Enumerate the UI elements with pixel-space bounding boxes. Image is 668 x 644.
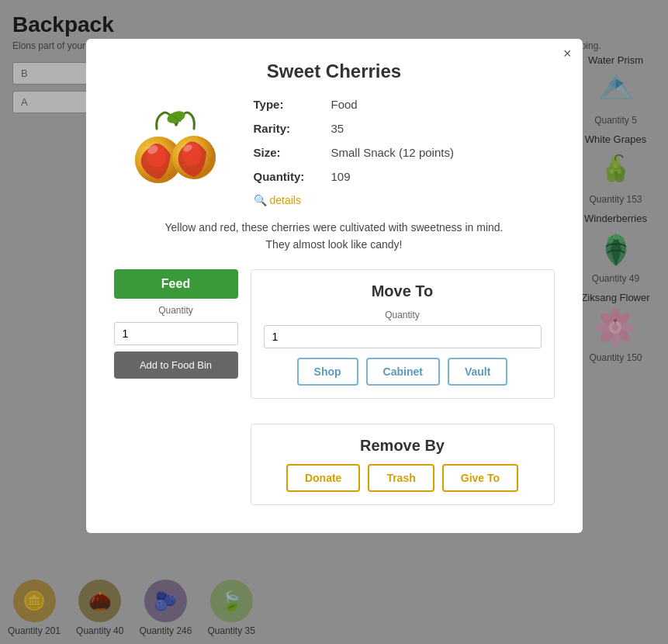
remove-by-title: Remove By (264, 437, 542, 455)
actions-row: Feed Quantity Add to Food Bin Move To Qu… (114, 269, 555, 505)
rarity-row: Rarity: 35 (254, 122, 555, 135)
vault-button[interactable]: Vault (448, 358, 507, 386)
quantity-row: Quantity: 109 (254, 170, 555, 183)
quantity-label: Quantity: (254, 170, 331, 183)
quantity-value: 109 (331, 170, 351, 183)
modal-item-title: Sweet Cherries (114, 61, 555, 82)
item-description: Yellow and red, these cherries were cult… (114, 219, 555, 254)
modal-overlay: × Sweet Cherries (0, 0, 668, 644)
item-info: Type: Food Rarity: 35 Size: Small Snack … (254, 98, 555, 206)
feed-section: Feed Quantity Add to Food Bin (114, 269, 238, 505)
move-to-title: Move To (264, 282, 542, 300)
feed-button[interactable]: Feed (114, 269, 238, 299)
type-row: Type: Food (254, 98, 555, 111)
details-link[interactable]: 🔍 details (254, 194, 555, 206)
size-label: Size: (254, 146, 331, 159)
move-to-section: Move To Quantity Shop Cabinet Vault (251, 269, 555, 399)
search-icon: 🔍 (254, 194, 267, 206)
add-food-bin-button[interactable]: Add to Food Bin (114, 351, 238, 379)
feed-qty-label: Quantity (114, 305, 238, 316)
rarity-value: 35 (331, 122, 344, 135)
modal-body: Type: Food Rarity: 35 Size: Small Snack … (114, 98, 555, 206)
item-modal: × Sweet Cherries (86, 39, 583, 533)
type-label: Type: (254, 98, 331, 111)
size-value: Small Snack (12 points) (331, 146, 454, 159)
item-image (114, 98, 238, 206)
remove-buttons: Donate Trash Give To (264, 464, 542, 492)
shop-button[interactable]: Shop (297, 358, 358, 386)
trash-button[interactable]: Trash (368, 464, 434, 492)
remove-by-section: Remove By Donate Trash Give To (251, 424, 555, 505)
cabinet-button[interactable]: Cabinet (366, 358, 440, 386)
type-value: Food (331, 98, 358, 111)
move-qty-input[interactable] (264, 325, 542, 348)
modal-close-button[interactable]: × (563, 47, 572, 61)
feed-qty-input[interactable] (114, 322, 238, 345)
donate-button[interactable]: Donate (286, 464, 360, 492)
move-qty-label: Quantity (264, 310, 542, 320)
give-to-button[interactable]: Give To (442, 464, 518, 492)
rarity-label: Rarity: (254, 122, 331, 135)
size-row: Size: Small Snack (12 points) (254, 146, 555, 159)
move-buttons: Shop Cabinet Vault (264, 358, 542, 386)
